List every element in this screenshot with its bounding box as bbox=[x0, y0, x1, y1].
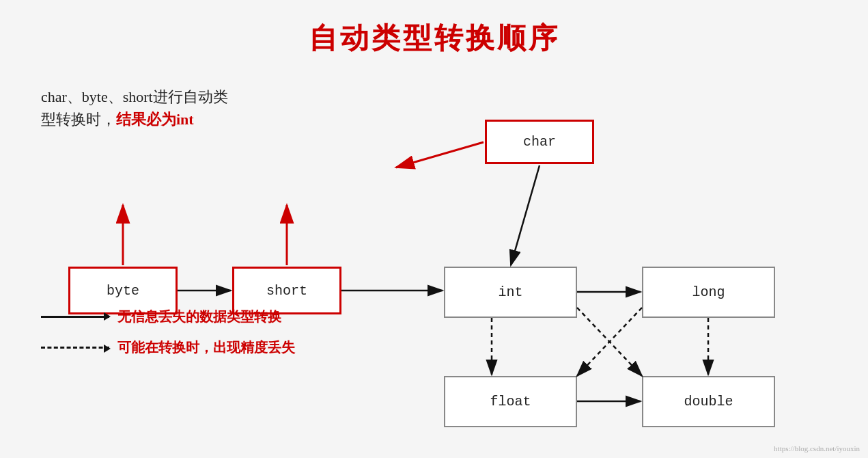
svg-line-12 bbox=[396, 142, 484, 167]
dashed-line-icon bbox=[41, 347, 109, 349]
box-double: double bbox=[642, 376, 775, 427]
box-float: float bbox=[444, 376, 577, 427]
legend: 无信息丢失的数据类型转换 可能在转换时，出现精度丢失 bbox=[41, 308, 295, 369]
legend-solid: 无信息丢失的数据类型转换 bbox=[41, 308, 295, 326]
solid-legend-label: 无信息丢失的数据类型转换 bbox=[117, 308, 281, 326]
svg-line-10 bbox=[577, 308, 642, 376]
dashed-legend-label: 可能在转换时，出现精度丢失 bbox=[117, 338, 295, 357]
box-char: char bbox=[485, 120, 594, 164]
svg-line-6 bbox=[511, 165, 540, 265]
page-title: 自动类型转换顺序 bbox=[0, 0, 868, 57]
box-int: int bbox=[444, 267, 577, 318]
box-long: long bbox=[642, 267, 775, 318]
desc-line2: 型转换时，结果必为int bbox=[41, 108, 228, 131]
legend-dashed: 可能在转换时，出现精度丢失 bbox=[41, 338, 295, 357]
svg-line-11 bbox=[577, 308, 642, 376]
description-block: char、byte、short进行自动类 型转换时，结果必为int bbox=[41, 85, 228, 131]
page: 自动类型转换顺序 char、byte、short进行自动类 型转换时，结果必为i… bbox=[0, 0, 868, 458]
solid-line-icon bbox=[41, 316, 109, 318]
desc-line1: char、byte、short进行自动类 bbox=[41, 85, 228, 108]
diagram-area: char、byte、short进行自动类 型转换时，结果必为int byte s… bbox=[0, 62, 868, 451]
watermark: https://blog.csdn.net/iyouxin bbox=[774, 444, 860, 453]
